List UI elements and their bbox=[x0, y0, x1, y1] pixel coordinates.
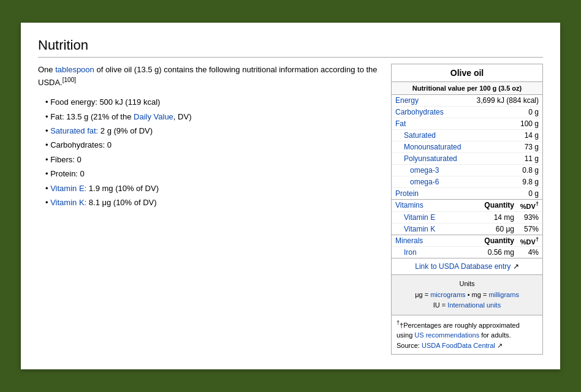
vitamins-dv-header: %DV† bbox=[514, 201, 539, 210]
carb-row-value: 0 g bbox=[528, 108, 539, 116]
units-section: Units μg = micrograms • mg = milligrams … bbox=[392, 275, 542, 315]
vite-row-label: Vitamin E bbox=[395, 213, 477, 222]
iron-row: Iron 0.56 mg 4% bbox=[392, 247, 542, 258]
omega3-row: omega-3 0.8 g bbox=[392, 165, 542, 176]
iron-row-qty: 0.56 mg bbox=[477, 248, 514, 257]
saturated-row-value: 14 g bbox=[525, 131, 539, 140]
vitamins-header-row: Vitamins Quantity %DV† bbox=[392, 200, 542, 212]
micrograms-link[interactable]: micrograms bbox=[430, 291, 465, 298]
fibers-value: 0 bbox=[75, 155, 82, 164]
nutrition-list: Food energy: 500 kJ (119 kcal) Fat: 13.5… bbox=[45, 95, 379, 209]
list-item-vitk: Vitamin K: 8.1 μg (10% of DV) bbox=[45, 195, 379, 209]
units-dot: • bbox=[466, 291, 472, 298]
saturated-fat-link[interactable]: Saturated fat: bbox=[50, 126, 98, 135]
infobox: Olive oil Nutritional value per 100 g (3… bbox=[391, 64, 543, 355]
vite-row: Vitamin E 14 mg 93% bbox=[392, 212, 542, 224]
footnote-source: Source: USDA FoodData Central ↗ bbox=[397, 341, 537, 351]
energy-row-label: Energy bbox=[395, 96, 419, 105]
carb-row-label: Carbohydrates bbox=[395, 108, 444, 116]
vitk-row: Vitamin K 60 μg 57% bbox=[392, 224, 542, 235]
list-item-protein: Protein: 0 bbox=[45, 167, 379, 181]
usda-link-row: Link to USDA Database entry ↗ bbox=[392, 258, 542, 275]
footnote-section: ††Percentages are roughly approximated u… bbox=[392, 315, 542, 354]
protein-row-label: Protein bbox=[395, 189, 419, 198]
minerals-section-label: Minerals bbox=[395, 236, 477, 246]
units-line1: μg = micrograms • mg = milligrams bbox=[397, 290, 537, 301]
protein-row-value: 0 g bbox=[528, 189, 539, 198]
footnote-line2: using US recommendations for adults. bbox=[397, 330, 537, 341]
us-recommendations-link[interactable]: US recommendations bbox=[414, 331, 479, 339]
carbs-value: 0 bbox=[105, 140, 112, 149]
units-mg: mg = bbox=[472, 291, 489, 298]
fat-row-label: Fat bbox=[395, 119, 406, 128]
omega6-row: omega-6 9.8 g bbox=[392, 176, 542, 188]
energy-value: 500 kJ (119 kcal) bbox=[97, 97, 161, 107]
mono-row: Monounsaturated 73 g bbox=[392, 141, 542, 153]
protein-row: Protein 0 g bbox=[392, 188, 542, 200]
fat-value-part1: 13.5 g (21% of the bbox=[64, 112, 134, 121]
omega3-row-value: 0.8 g bbox=[522, 166, 539, 175]
units-micrograms: μg = bbox=[415, 291, 430, 298]
intro-text-before: One bbox=[38, 65, 55, 74]
energy-label: Food energy: bbox=[50, 97, 97, 107]
saturated-value: 2 g (9% of DV) bbox=[98, 126, 153, 135]
content-wrapper: One tablespoon of olive oil (13.5 g) con… bbox=[38, 64, 543, 355]
vitk-value: 8.1 μg (10% of DV) bbox=[86, 198, 156, 207]
fat-label: Fat: bbox=[50, 112, 64, 121]
fat-row: Fat 100 g bbox=[392, 118, 542, 130]
tablespoon-link[interactable]: tablespoon bbox=[55, 65, 94, 74]
footnote-ref: [100] bbox=[63, 77, 76, 83]
vitk-row-qty: 60 μg bbox=[477, 225, 514, 233]
list-item-vite: Vitamin E: 1.9 mg (10% of DV) bbox=[45, 181, 379, 195]
energy-row: Energy 3,699 kJ (884 kcal) bbox=[392, 95, 542, 107]
infobox-subtitle: Nutritional value per 100 g (3.5 oz) bbox=[392, 82, 542, 95]
minerals-qty-header: Quantity bbox=[477, 236, 514, 246]
list-item-fat: Fat: 13.5 g (21% of the Daily Value, DV) bbox=[45, 110, 379, 124]
daily-value-link[interactable]: Daily Value bbox=[134, 112, 173, 121]
intro-paragraph: One tablespoon of olive oil (13.5 g) con… bbox=[38, 64, 379, 89]
list-item-saturated: Saturated fat: 2 g (9% of DV) bbox=[45, 124, 379, 138]
protein-label: Protein: bbox=[50, 169, 78, 178]
footnote-line1: ††Percentages are roughly approximated bbox=[397, 319, 537, 330]
vitamins-qty-header: Quantity bbox=[477, 201, 514, 210]
energy-row-value: 3,699 kJ (884 kcal) bbox=[477, 96, 539, 105]
vitk-row-dv: 57% bbox=[514, 225, 539, 233]
iron-row-dv: 4% bbox=[514, 248, 539, 257]
units-iu-prefix: IU = bbox=[433, 301, 448, 309]
main-container: Nutrition One tablespoon of olive oil (1… bbox=[21, 23, 560, 369]
iron-row-label: Iron bbox=[395, 248, 477, 257]
omega3-row-label: omega-3 bbox=[395, 166, 439, 175]
vitamins-section-label: Vitamins bbox=[395, 201, 477, 210]
carbs-label: Carbohydrates: bbox=[50, 140, 105, 149]
fat-value-part2: , DV) bbox=[173, 112, 192, 121]
carb-row: Carbohydrates 0 g bbox=[392, 107, 542, 118]
list-item-energy: Food energy: 500 kJ (119 kcal) bbox=[45, 95, 379, 109]
units-line2: IU = International units bbox=[397, 300, 537, 311]
omega6-row-value: 9.8 g bbox=[522, 178, 539, 186]
minerals-dv-header: %DV† bbox=[514, 236, 539, 246]
usda-link[interactable]: Link to USDA Database entry bbox=[415, 262, 511, 271]
units-title: Units bbox=[397, 279, 537, 290]
vite-link[interactable]: Vitamin E: bbox=[50, 184, 86, 193]
omega6-row-label: omega-6 bbox=[395, 178, 439, 186]
mono-row-label: Monounsaturated bbox=[395, 143, 461, 151]
usda-fooddata-link[interactable]: USDA FoodData Central bbox=[422, 342, 495, 349]
vitk-link[interactable]: Vitamin K: bbox=[50, 198, 86, 207]
poly-row: Polyunsaturated 11 g bbox=[392, 153, 542, 165]
vitk-row-label: Vitamin K bbox=[395, 225, 477, 233]
protein-value: 0 bbox=[78, 169, 85, 178]
list-item-fibers: Fibers: 0 bbox=[45, 153, 379, 167]
fat-row-value: 100 g bbox=[520, 119, 539, 128]
vite-row-dv: 93% bbox=[514, 213, 539, 222]
mono-row-value: 73 g bbox=[525, 143, 539, 151]
poly-row-label: Polyunsaturated bbox=[395, 154, 457, 163]
page-title: Nutrition bbox=[38, 37, 543, 58]
saturated-row-label: Saturated bbox=[395, 131, 436, 140]
fibers-label: Fibers: bbox=[50, 155, 75, 164]
iu-link[interactable]: International units bbox=[447, 301, 501, 309]
milligrams-link[interactable]: milligrams bbox=[488, 291, 519, 298]
minerals-header-row: Minerals Quantity %DV† bbox=[392, 235, 542, 247]
poly-row-value: 11 g bbox=[525, 154, 539, 163]
list-item-carbs: Carbohydrates: 0 bbox=[45, 138, 379, 152]
saturated-row: Saturated 14 g bbox=[392, 130, 542, 141]
